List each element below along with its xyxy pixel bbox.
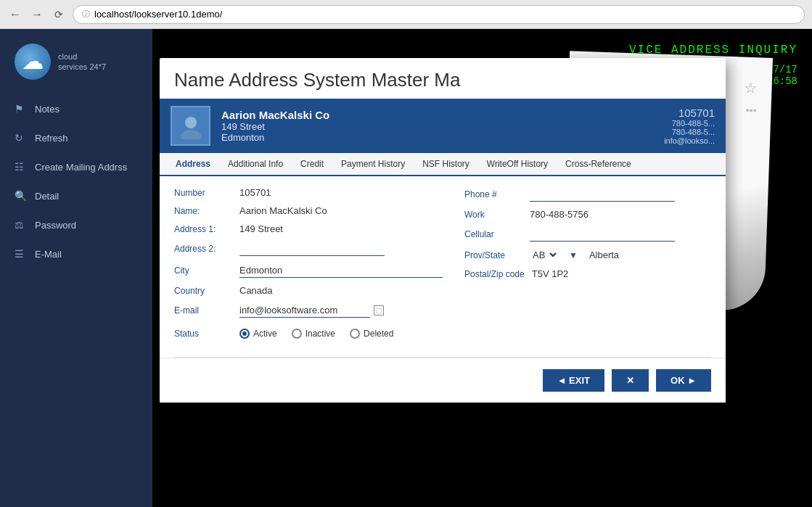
address1-label: Address 1:: [174, 224, 232, 234]
browser-refresh-button[interactable]: ⟳: [51, 7, 67, 22]
status-label: Status: [174, 329, 232, 339]
work-label: Work: [464, 210, 522, 220]
name-field-row: Name: Aarion MacKalski Co: [174, 202, 443, 220]
svg-point-1: [181, 130, 201, 139]
sidebar-item-label: Create Mailing Addrss: [35, 162, 127, 173]
phone-field-row: Phone #: [464, 184, 711, 205]
search-icon: 🔍: [15, 190, 26, 202]
back-button[interactable]: ←: [7, 7, 23, 22]
status-field-row: Status Active Inactive: [174, 321, 443, 346]
phone-input[interactable]: [530, 187, 675, 202]
address2-input[interactable]: [239, 242, 385, 256]
email-label: E-mail: [174, 305, 232, 316]
sidebar-item-email[interactable]: ☰ E-Mail: [0, 239, 152, 268]
status-active[interactable]: Active: [239, 329, 277, 339]
tab-address[interactable]: Address: [167, 153, 219, 176]
email-input[interactable]: [239, 303, 370, 318]
record-phone2: 780-488-5...: [664, 128, 715, 136]
list-icon: ☷: [15, 161, 26, 173]
record-info: Aarion MacKalski Co 149 Street Edmonton: [221, 109, 653, 143]
prov-field-row: Prov/State AB BC ON ▼ Alberta: [464, 245, 711, 265]
deleted-radio-btn[interactable]: [350, 329, 360, 339]
email-icon: □: [374, 305, 384, 316]
sidebar-item-detail[interactable]: 🔍 Detail: [0, 181, 152, 210]
key-icon: ⚖: [15, 219, 26, 231]
bookmark-icon: ⚑: [15, 103, 26, 115]
inactive-radio-btn[interactable]: [292, 329, 302, 339]
prov-name: Alberta: [589, 250, 619, 260]
sidebar-item-password[interactable]: ⚖ Password: [0, 210, 152, 239]
active-radio-btn[interactable]: [239, 329, 250, 339]
tab-nsf-history[interactable]: NSF History: [414, 153, 478, 176]
url-bar[interactable]: ⓘ localhost/lookserver10.1demo/: [73, 5, 805, 24]
record-phone1: 780-488-5...: [664, 119, 715, 128]
number-field-row: Number 105701: [174, 184, 443, 202]
tab-cross-reference[interactable]: Cross-Reference: [557, 153, 640, 176]
prov-label: Prov/State: [464, 250, 522, 260]
record-id-section: 105701 780-488-5... 780-488-5... info@lo…: [664, 107, 715, 145]
work-field-row: Work 780-488-5756: [464, 205, 711, 223]
sidebar-item-refresh[interactable]: ↻ Refresh: [0, 123, 152, 152]
clear-button[interactable]: ✕: [612, 369, 649, 392]
cellular-label: Cellular: [464, 229, 522, 239]
address1-value: 149 Street: [239, 223, 283, 234]
content-area: VICE ADDRESS INQUIRY 6/27/17 10:26:58 Na…: [152, 29, 812, 507]
lock-icon: ⓘ: [82, 9, 90, 20]
record-header: Aarion MacKalski Co 149 Street Edmonton …: [160, 99, 726, 153]
tab-additional-info[interactable]: Additional Info: [219, 153, 292, 176]
tab-writeoff-history[interactable]: WriteOff History: [478, 153, 557, 176]
number-value: 105701: [239, 187, 271, 198]
svg-point-0: [185, 117, 197, 128]
email-field-row: E-mail □: [174, 300, 443, 321]
sidebar-item-notes[interactable]: ⚑ Notes: [0, 94, 152, 123]
name-label: Name:: [174, 206, 232, 216]
email-row: □: [239, 303, 384, 318]
form-title: Name Address System Master Ma: [160, 58, 726, 99]
main-layout: cloud services 24*7 ⚑ Notes ↻ Refresh ☷ …: [0, 29, 812, 507]
terminal-title: VICE ADDRESS INQUIRY: [167, 44, 797, 57]
tab-payment-history[interactable]: Payment History: [332, 153, 414, 176]
refresh-icon: ↻: [15, 132, 26, 144]
prov-select[interactable]: AB BC ON: [530, 249, 559, 261]
name-value: Aarion MacKalski Co: [239, 205, 327, 216]
tab-credit[interactable]: Credit: [292, 153, 332, 176]
postal-field-row: Postal/Zip code T5V 1P2: [464, 265, 711, 283]
status-inactive[interactable]: Inactive: [292, 329, 335, 339]
record-id: 105701: [664, 107, 715, 119]
country-value: Canada: [239, 285, 273, 296]
address2-field-row: Address 2:: [174, 238, 443, 260]
form-panel: Name Address System Master Ma Aarion Mac…: [160, 58, 726, 403]
form-container: ☆ ••• Name Address System Master Ma Aari…: [160, 58, 805, 500]
country-label: Country: [174, 286, 232, 296]
sidebar-item-mailing[interactable]: ☷ Create Mailing Addrss: [0, 152, 152, 181]
logo-icon: [15, 44, 51, 80]
cellular-input[interactable]: [530, 227, 675, 242]
sidebar-item-label: Password: [35, 220, 76, 231]
work-value: 780-488-5756: [530, 209, 589, 220]
sidebar-logo: cloud services 24*7: [0, 36, 152, 94]
forward-button[interactable]: →: [29, 7, 45, 22]
status-deleted[interactable]: Deleted: [350, 329, 393, 339]
sidebar: cloud services 24*7 ⚑ Notes ↻ Refresh ☷ …: [0, 29, 152, 507]
sidebar-item-label: E-Mail: [35, 249, 62, 260]
city-field-row: City: [174, 260, 443, 281]
menu-icon: ☰: [15, 248, 26, 260]
postal-label: Postal/Zip code: [464, 269, 525, 279]
record-address: 149 Street: [221, 121, 653, 132]
tabs-bar: Address Additional Info Credit Payment H…: [160, 153, 726, 176]
url-text: localhost/lookserver10.1demo/: [94, 9, 222, 20]
phone-label: Phone #: [464, 189, 522, 199]
left-column: Number 105701 Name: Aarion MacKalski Co …: [174, 184, 443, 346]
sidebar-item-label: Refresh: [35, 133, 68, 144]
right-column: Phone # Work 780-488-5756 Cellular P: [457, 184, 711, 346]
address1-field-row: Address 1: 149 Street: [174, 220, 443, 238]
exit-button[interactable]: ◄ EXIT: [543, 369, 604, 392]
record-email-header: info@lookso...: [664, 136, 715, 145]
sidebar-item-label: Detail: [35, 191, 59, 202]
form-footer: ◄ EXIT ✕ OK ►: [160, 358, 726, 403]
logo-text: cloud services 24*7: [58, 51, 106, 73]
record-avatar: [171, 106, 210, 146]
ok-button[interactable]: OK ►: [656, 369, 711, 392]
browser-chrome: ← → ⟳ ⓘ localhost/lookserver10.1demo/: [0, 0, 812, 29]
city-input[interactable]: [239, 263, 443, 278]
